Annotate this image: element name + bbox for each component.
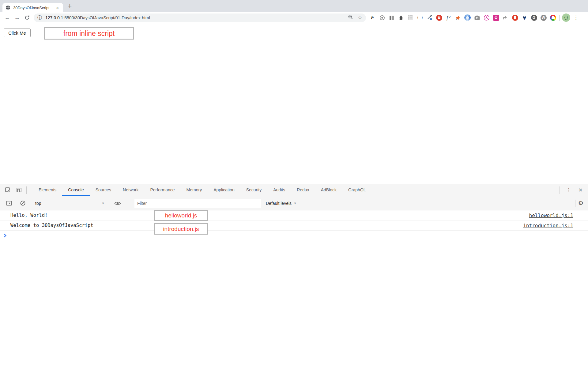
fonts-extension-icon[interactable]: F [369,14,376,21]
new-tab-button[interactable]: + [66,2,74,10]
filter-input[interactable] [134,199,261,208]
tab-close-icon[interactable]: × [55,5,60,11]
toolbar-separator [559,15,560,21]
console-message-text: Welcome to 30DaysOfJavaScript [10,223,93,228]
red-bookmark-extension-icon[interactable] [512,14,518,21]
devtools-close-icon[interactable]: × [575,187,586,194]
page-content: Click Me from inline script [0,23,588,184]
corner-arrow-extension-icon[interactable] [502,14,509,21]
globe-favicon-icon [6,5,10,10]
live-expression-eye-icon[interactable] [113,199,122,208]
devtools-tab-audits[interactable]: Audits [267,184,291,196]
browser-tab[interactable]: 30DaysOfJavaScript × [2,3,63,12]
devtools-tab-network[interactable]: Network [117,184,144,196]
devtools-tab-adblock[interactable]: AdBlock [315,184,342,196]
bug-extension-icon[interactable] [398,14,404,21]
chevron-down-icon: ▼ [294,202,296,205]
g-circle-extension-icon[interactable]: G [531,14,537,21]
address-bar[interactable]: ⓘ 127.0.0.1:5500/30DaysOfJavaScript/01-D… [34,13,366,22]
tabbar-right-separator [560,186,560,194]
console-settings-gear-icon[interactable]: ⚙ [577,200,584,207]
w-circle-extension-icon[interactable]: W [540,14,547,21]
forward-icon[interactable]: → [13,14,21,22]
tab-title: 30DaysOfJavaScript [13,6,55,10]
console-toolbar-separator-4 [575,200,575,207]
tabbar-separator [26,186,27,194]
console-sidebar-icon[interactable] [5,199,14,208]
megaphone-extension-icon[interactable] [455,14,461,21]
extensions-bar: F (-) f? ⚙ ♥ G W [369,14,556,21]
execution-context-select[interactable]: top ▼ [32,199,108,208]
devtools-tab-redux[interactable]: Redux [291,184,315,196]
pink-gear-extension-icon[interactable]: ⚙ [493,14,499,21]
devtools-tab-memory[interactable]: Memory [181,184,208,196]
console-toolbar: top ▼ Default levels ▼ ⚙ [0,196,588,210]
heart-search-extension-icon[interactable]: ♥ [521,14,528,21]
inline-script-annotation-text: from inline script [63,29,115,38]
console-message-text: Hello, World! [10,213,47,218]
font-question-extension-icon[interactable]: f? [445,14,452,21]
grid-extension-icon[interactable] [407,14,414,21]
inline-script-annotation-box: from inline script [44,27,134,40]
helloworld-annotation-box: helloworld.js [154,210,208,221]
devtools-tab-performance[interactable]: Performance [144,184,180,196]
log-levels-select[interactable]: Default levels ▼ [266,201,296,206]
bookmark-star-icon[interactable]: ☆ [358,15,362,20]
helloworld-annotation-text: helloworld.js [165,212,197,219]
camera-extension-icon[interactable] [474,14,480,21]
target-extension-icon[interactable] [379,14,385,21]
zoom-icon[interactable] [348,14,353,21]
brackets-extension-icon[interactable]: (-) [417,14,423,21]
console-source-link[interactable]: helloworld.js:1 [529,213,574,218]
device-toolbar-icon[interactable] [14,186,24,194]
back-icon[interactable]: ← [3,14,11,22]
profile-avatar[interactable]: {} [562,13,570,22]
tab-strip: 30DaysOfJavaScript × + [0,0,588,12]
console-toolbar-separator-1 [30,200,30,207]
introduction-annotation-text: introduction.js [163,226,199,232]
url-text: 127.0.0.1:5500/30DaysOfJavaScript/01-Day… [45,15,150,20]
prompt-chevron-icon [3,233,7,239]
devtools-tab-elements[interactable]: Elements [33,184,62,196]
devtools-tab-security[interactable]: Security [240,184,268,196]
console-prompt[interactable] [0,231,588,241]
eyedropper-extension-icon[interactable] [426,14,433,21]
console-output: Hello, World! helloworld.js:1 Welcome to… [0,210,588,241]
console-message-row: Welcome to 30DaysOfJavaScript introducti… [0,220,588,231]
pink-atom-extension-icon[interactable] [483,14,490,21]
clear-console-icon[interactable] [18,199,27,208]
devtools-tabs: Elements Console Sources Network Perform… [33,184,372,196]
devtools-tab-sources[interactable]: Sources [90,184,117,196]
console-message-row: Hello, World! helloworld.js:1 [0,210,588,220]
chevron-down-icon: ▼ [102,202,104,205]
devtools-panel: Elements Console Sources Network Perform… [0,184,588,368]
blue-swirl-extension-icon[interactable] [464,14,471,21]
color-ring-extension-icon[interactable] [550,14,556,21]
browser-toolbar: ← → ⓘ 127.0.0.1:5500/30DaysOfJavaScript/… [0,12,588,23]
devtools-tab-application[interactable]: Application [208,184,240,196]
pause-bars-extension-icon[interactable] [388,14,395,21]
reload-icon[interactable] [23,14,31,22]
devtools-tab-graphql[interactable]: GraphQL [342,184,372,196]
click-me-button[interactable]: Click Me [4,29,31,37]
devtools-tab-console[interactable]: Console [62,184,89,196]
inspect-element-icon[interactable] [3,186,13,194]
browser-menu-icon[interactable]: ⋮ [573,14,579,21]
site-info-icon[interactable]: ⓘ [37,15,42,21]
console-toolbar-separator-2 [110,200,110,207]
console-source-link[interactable]: introduction.js:1 [523,223,573,228]
devtools-menu-icon[interactable]: ⋮ [562,187,575,193]
devtools-tab-bar: Elements Console Sources Network Perform… [0,184,588,196]
introduction-annotation-box: introduction.js [154,223,208,235]
console-toolbar-separator-3 [125,200,125,207]
stop-hand-extension-icon[interactable] [436,14,442,21]
